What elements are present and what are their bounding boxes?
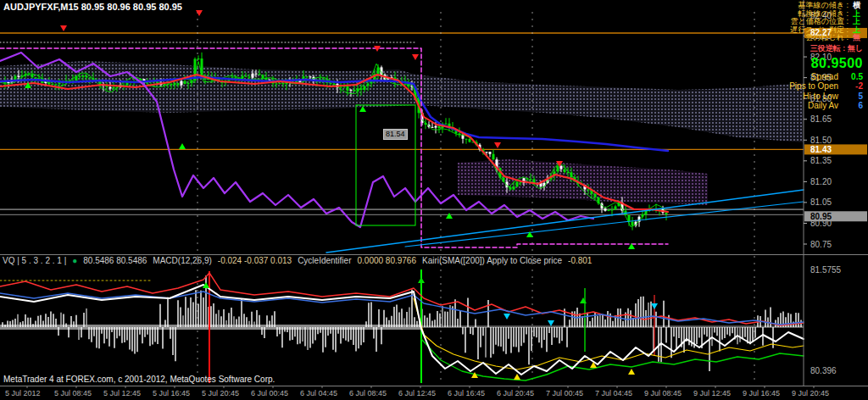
indicator-header-segment: Kairi(SMA([200]) Apply to Close price xyxy=(422,256,562,265)
time-tick-label: 5 Jul 2012 xyxy=(5,389,41,397)
current-price-display: 80.9500 xyxy=(702,56,863,71)
chart-price-tag: 81.54 xyxy=(383,129,408,140)
sell-arrow-icon xyxy=(60,25,67,31)
trendline-cyan-1 xyxy=(326,190,804,253)
stat-value: 0.5 xyxy=(844,72,863,82)
indicator-header-segment: -0.801 xyxy=(568,256,592,265)
price-tick-label: 81.50 xyxy=(810,136,832,145)
sell-arrow-icon xyxy=(651,303,658,309)
price-tick-label: 81.05 xyxy=(810,197,832,207)
indicator-values-header: VQ | 5 . 3 . 2 . 1 |●80.5486 80.5486MACD… xyxy=(3,256,598,265)
time-tick-label: 9 Jul 20:45 xyxy=(792,389,829,397)
time-scale-axis[interactable]: 5 Jul 20125 Jul 08:455 Jul 12:455 Jul 16… xyxy=(0,386,868,397)
buy-arrow-icon xyxy=(418,277,425,283)
mt4-chart-window: 82.4082.2582.1081.9581.8081.6581.5081.35… xyxy=(0,0,868,400)
ichimoku-info-panel: 基準線の傾き :横転換線の傾き :上雲と価格の位置 :上遅行スパン判定 :上雲の… xyxy=(702,2,863,111)
time-tick-label: 9 Jul 12:45 xyxy=(693,389,731,397)
buy-arrow-icon xyxy=(179,143,186,149)
price-tick-label: 81.65 xyxy=(810,114,832,124)
stat-row: Daily Av6 xyxy=(702,101,863,111)
time-tick-label: 6 Jul 12:45 xyxy=(398,389,436,397)
signal-row-value: 無 xyxy=(853,34,863,42)
sub-indicator-panel xyxy=(0,255,868,384)
stat-row: Pips to Open-2 xyxy=(702,81,863,92)
price-tick-label: 81.35 xyxy=(810,156,832,165)
stat-row: Hi to Low5 xyxy=(702,92,863,102)
price-level-box-label: 80.95 xyxy=(810,212,832,221)
signal-rows: 基準線の傾き :横転換線の傾き :上雲と価格の位置 :上遅行スパン判定 :上雲の… xyxy=(702,2,863,42)
buy-arrow-icon xyxy=(446,213,453,219)
stats-rows: Spread0.5Pips to Open-2Hi to Low5Daily A… xyxy=(702,72,863,111)
sell-arrow-icon xyxy=(196,10,203,16)
time-tick-label: 6 Jul 04:45 xyxy=(300,389,337,397)
time-tick-label: 6 Jul 16:45 xyxy=(448,389,485,397)
time-tick-label: 5 Jul 12:45 xyxy=(103,389,141,397)
time-tick-label: 6 Jul 08:45 xyxy=(349,389,387,397)
stat-value: 5 xyxy=(844,92,863,102)
sell-arrow-icon xyxy=(504,314,510,319)
indicator-header-segment: 80.5486 80.5486 xyxy=(83,256,147,265)
stat-label: Daily Av xyxy=(808,101,838,111)
indicator-header-segment: CycleIdentifier xyxy=(298,256,351,265)
time-tick-label: 6 Jul 00:45 xyxy=(251,389,288,397)
indicator-header-segment: -0.024 -0.037 0.013 xyxy=(218,256,292,265)
indicator-header-segment: MACD(12,26,9) xyxy=(153,256,211,265)
indicator-header-segment: ● xyxy=(72,256,77,265)
buy-arrow-icon xyxy=(628,369,635,375)
time-tick-label: 5 Jul 08:45 xyxy=(54,389,92,397)
time-tick-label: 5 Jul 20:45 xyxy=(202,389,239,397)
buy-arrow-icon xyxy=(514,374,520,380)
indicator-header-segment: 0.0000 80.9766 xyxy=(357,256,416,265)
time-tick-label: 5 Jul 16:45 xyxy=(153,389,190,397)
stat-row: Spread0.5 xyxy=(702,72,863,82)
signal-row: 雲のねじれ :無 xyxy=(702,34,863,42)
indicator-header-segment: VQ | 5 . 3 . 2 . 1 | xyxy=(3,256,66,265)
price-tick-label: 81.20 xyxy=(810,177,832,186)
price-tick-label: 80.75 xyxy=(810,240,832,249)
stat-label: Pips to Open xyxy=(789,81,838,92)
signal-arrows-layer xyxy=(25,10,635,249)
stat-label: Spread xyxy=(811,72,838,82)
time-tick-label: 6 Jul 20:45 xyxy=(497,389,534,397)
sub-axis-label: 81.5755 xyxy=(810,265,842,275)
chart-symbol-title: AUDJPYFXF,M15 80.95 80.96 80.95 80.95 xyxy=(3,2,182,12)
time-tick-label: 9 Jul 16:45 xyxy=(743,389,780,397)
time-tick-label: 9 Jul 08:45 xyxy=(644,389,682,397)
stat-label: Hi to Low xyxy=(803,92,838,102)
sell-arrow-icon xyxy=(548,320,554,326)
time-tick-label: 7 Jul 00:45 xyxy=(546,389,583,397)
buy-arrow-icon xyxy=(580,297,587,303)
price-level-box-label: 81.43 xyxy=(810,145,832,154)
sell-arrow-icon xyxy=(412,54,419,60)
time-tick-label: 7 Jul 04:45 xyxy=(595,389,632,397)
stat-value: -2 xyxy=(844,81,863,92)
sanyaku-alert-text: 三役逆転 : 無し xyxy=(702,43,863,54)
signal-row-label: 雲のねじれ : xyxy=(805,34,849,42)
sub-axis-label: 80.396 xyxy=(810,366,837,375)
sell-arrow-icon xyxy=(494,142,501,148)
status-bar-copyright: MetaTrader 4 at FOREX.com, c 2001-2012, … xyxy=(3,375,275,384)
stat-value: 6 xyxy=(844,101,863,111)
